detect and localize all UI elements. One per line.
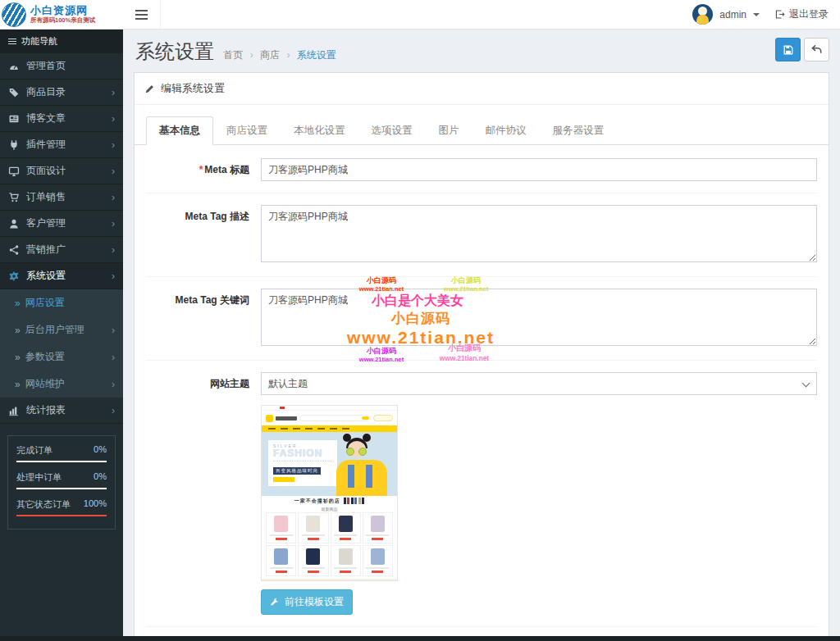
- chevron-right-icon: ›: [112, 218, 115, 230]
- sidebar-item-customers[interactable]: 客户管理 ›: [0, 211, 123, 237]
- chevron-right-icon: ›: [112, 352, 115, 363]
- theme-preview-image: SILVER FASHION 百变风格品味时尚: [261, 405, 398, 581]
- page-title: 系统设置: [135, 39, 214, 65]
- settings-tabs: 基本信息 商店设置 本地化设置 选项设置 图片 邮件协议 服务器设置: [135, 105, 829, 145]
- chevron-down-icon: [753, 13, 760, 16]
- chevron-right-icon: ›: [112, 405, 115, 416]
- tab-mail[interactable]: 邮件协议: [472, 116, 540, 145]
- submenu-item-parameters[interactable]: »参数设置 ›: [0, 343, 123, 371]
- stat-value: 0%: [94, 471, 107, 484]
- stat-value: 0%: [94, 444, 107, 457]
- form-row-meta-title: *Meta 标题: [146, 147, 817, 193]
- sidebar-item-orders[interactable]: 订单销售 ›: [0, 184, 123, 211]
- sidebar-item-settings[interactable]: 系统设置 ›: [0, 263, 123, 289]
- username: admin: [719, 9, 746, 20]
- submenu-item-maintenance[interactable]: »网站维护 ›: [0, 371, 123, 398]
- logout-button[interactable]: 退出登录: [774, 7, 829, 21]
- meta-keywords-textarea[interactable]: 刀客源码PHP商城: [261, 289, 817, 346]
- sidebar-item-dashboard[interactable]: 管理首页: [0, 53, 123, 80]
- meta-description-label: Meta Tag 描述: [146, 205, 261, 265]
- tab-options[interactable]: 选项设置: [358, 116, 426, 145]
- chevron-right-icon: ›: [112, 139, 115, 151]
- chevron-right-icon: ›: [112, 113, 115, 125]
- chevron-right-icon: ›: [112, 166, 115, 177]
- meta-title-input[interactable]: [261, 158, 817, 181]
- theme-label: 网站主题: [146, 372, 261, 615]
- page-footer-bar: [0, 636, 840, 641]
- sidebar-item-blog[interactable]: 博客文章 ›: [0, 106, 123, 132]
- sidebar-item-marketing[interactable]: 营销推广 ›: [0, 237, 123, 263]
- progress-bar: [16, 515, 107, 516]
- cart-icon: [8, 192, 20, 203]
- save-icon: [783, 44, 794, 56]
- avatar: [692, 4, 713, 25]
- stat-other-orders: 其它状态订单100%: [16, 498, 107, 516]
- chevron-right-icon: ›: [112, 87, 115, 98]
- breadcrumb-home[interactable]: 首页: [223, 49, 243, 61]
- user-menu[interactable]: admin: [692, 4, 760, 25]
- chevron-right-icon: ›: [112, 379, 115, 390]
- chevron-down-icon: [802, 380, 810, 388]
- template-button-label: 前往模板设置: [285, 595, 344, 609]
- tags-icon: [8, 87, 20, 98]
- submenu-item-store-settings[interactable]: »网店设置: [0, 289, 123, 316]
- required-asterisk: *: [199, 164, 203, 175]
- plugin-icon: [8, 139, 20, 151]
- sidebar-toggle-button[interactable]: [123, 0, 161, 29]
- sidebar-item-catalog[interactable]: 商品目录 ›: [0, 80, 123, 106]
- tab-server[interactable]: 服务器设置: [540, 116, 618, 145]
- progress-bar: [16, 488, 107, 489]
- sidebar-item-reports[interactable]: 统计报表 ›: [0, 398, 123, 424]
- theme-select-value: 默认主题: [268, 377, 308, 391]
- submenu-item-admin-users[interactable]: »后台用户管理 ›: [0, 316, 123, 343]
- logout-icon: [774, 9, 785, 20]
- tab-localization[interactable]: 本地化设置: [281, 116, 358, 145]
- dashboard-icon: [8, 61, 20, 72]
- menu-icon: [8, 37, 16, 46]
- stat-processing-orders: 处理中订单0%: [16, 471, 107, 489]
- settings-form: *Meta 标题 Meta Tag 描述 刀客源码PHP商城 Meta Tag …: [135, 145, 829, 641]
- pencil-icon: [144, 84, 155, 94]
- chevron-right-icon: ›: [112, 192, 115, 203]
- edit-settings-panel: 编辑系统设置 基本信息 商店设置 本地化设置 选项设置 图片 邮件协议 服务器设…: [134, 72, 829, 641]
- theme-select[interactable]: 默认主题: [261, 372, 817, 395]
- tab-basic-info[interactable]: 基本信息: [146, 116, 213, 145]
- wrench-icon: [270, 598, 280, 607]
- stat-completed-orders: 完成订单0%: [16, 444, 107, 462]
- preview-search-bar: [299, 415, 371, 421]
- progress-bar: [16, 461, 107, 462]
- meta-description-textarea[interactable]: 刀客源码PHP商城: [261, 205, 817, 262]
- form-row-meta-keywords: Meta Tag 关键词 刀客源码PHP商城: [146, 277, 817, 361]
- breadcrumb-store[interactable]: 商店: [260, 49, 280, 61]
- share-icon: [8, 244, 20, 256]
- go-to-template-settings-button[interactable]: 前往模板设置: [261, 589, 353, 615]
- globe-logo-icon: [2, 2, 26, 27]
- content-header: 系统设置 首页 › 商店 › 系统设置: [123, 30, 840, 72]
- panel-title: 编辑系统设置: [161, 81, 225, 96]
- breadcrumb: 首页 › 商店 › 系统设置: [223, 48, 336, 62]
- bar-chart-icon: [8, 405, 20, 416]
- chevron-right-icon: ›: [112, 270, 115, 282]
- logo-title: 小白资源网: [30, 5, 95, 16]
- sidebar-item-design[interactable]: 页面设计 ›: [0, 158, 123, 184]
- form-row-theme: 网站主题 默认主题: [146, 361, 817, 627]
- sidebar-item-plugins[interactable]: 插件管理 ›: [0, 132, 123, 158]
- settings-submenu: »网店设置 »后台用户管理 › »参数设置 › »网站维护 ›: [0, 289, 123, 398]
- back-button[interactable]: [804, 38, 829, 61]
- save-button[interactable]: [775, 38, 801, 61]
- monitor-icon: [8, 166, 20, 177]
- logout-label: 退出登录: [789, 7, 829, 21]
- form-row-meta-description: Meta Tag 描述 刀客源码PHP商城: [146, 193, 817, 277]
- meta-title-label: Meta 标题: [204, 164, 249, 175]
- preview-nav-bar: [262, 425, 397, 432]
- preview-logo: [266, 415, 273, 422]
- tab-store-settings[interactable]: 商店设置: [213, 116, 281, 145]
- site-logo[interactable]: 小白资源网 所有源码100%亲自测试: [0, 0, 123, 29]
- sidebar-nav-header: 功能导航: [0, 30, 123, 53]
- preview-model-photo: [333, 434, 394, 496]
- meta-keywords-label: Meta Tag 关键词: [146, 289, 261, 348]
- order-stats-box: 完成订单0% 处理中订单0% 其它状态订单100%: [7, 435, 116, 530]
- top-bar: 小白资源网 所有源码100%亲自测试 admin 退出登录: [0, 0, 840, 30]
- hamburger-icon: [135, 10, 148, 11]
- tab-images[interactable]: 图片: [426, 116, 472, 145]
